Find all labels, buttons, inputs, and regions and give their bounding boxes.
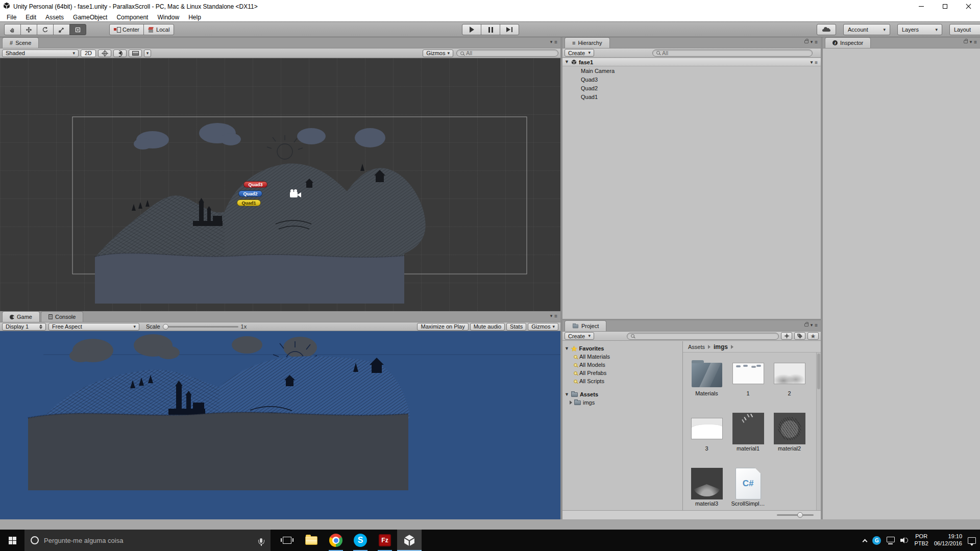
hierarchy-item-main-camera[interactable]: Main Camera — [562, 66, 821, 75]
hierarchy-create-dropdown[interactable]: Create▾ — [565, 49, 594, 57]
menu-help[interactable]: Help — [184, 14, 206, 21]
thumbnail-size-slider-thumb[interactable] — [797, 512, 803, 518]
tab-hierarchy[interactable]: ≡ Hierarchy — [565, 37, 610, 48]
layout-dropdown[interactable]: Layout▾ — [949, 24, 980, 35]
hand-tool-button[interactable] — [4, 24, 21, 35]
asset-tile-3[interactable]: 3 — [686, 412, 727, 467]
file-explorer-button[interactable] — [299, 530, 324, 551]
space-toggle-button[interactable]: Local — [143, 24, 174, 35]
scene-label-quad2[interactable]: Quad2 — [238, 190, 262, 197]
tree-all-scripts[interactable]: All Scripts — [562, 377, 682, 385]
search-by-label-button[interactable] — [794, 332, 805, 340]
shading-mode-dropdown[interactable]: Shaded▾ — [2, 49, 79, 57]
hierarchy-item-quad3[interactable]: Quad3 — [562, 75, 821, 84]
tab-inspector[interactable]: i Inspector — [825, 37, 871, 48]
tree-all-materials[interactable]: All Materials — [562, 353, 682, 361]
menu-window[interactable]: Window — [153, 14, 184, 21]
tray-app-icon[interactable]: G — [872, 536, 881, 545]
menu-gameobject[interactable]: GameObject — [68, 14, 112, 21]
asset-tile-materials[interactable]: Materials — [686, 357, 727, 412]
search-by-type-button[interactable] — [781, 332, 792, 340]
language-indicator[interactable]: POR PTB2 — [914, 533, 928, 547]
maximize-button[interactable] — [933, 0, 957, 13]
tab-game[interactable]: Game — [2, 311, 40, 322]
stats-toggle[interactable]: Stats — [506, 323, 526, 331]
scene-label-quad1[interactable]: Quad1 — [237, 199, 261, 206]
minimize-button[interactable] — [910, 0, 933, 13]
chrome-button[interactable] — [324, 530, 348, 551]
account-dropdown[interactable]: Account▾ — [843, 24, 890, 35]
mute-audio-toggle[interactable]: Mute audio — [470, 323, 505, 331]
play-button[interactable] — [462, 24, 481, 35]
game-pane-menu[interactable]: ▾≡ — [550, 313, 557, 319]
microphone-icon[interactable] — [260, 538, 262, 543]
scene-lighting-toggle[interactable] — [98, 49, 111, 57]
camera-gizmo-icon[interactable] — [290, 189, 303, 199]
foldout-open-icon[interactable]: ▼ — [565, 60, 569, 64]
start-button[interactable] — [0, 530, 24, 551]
pause-button[interactable] — [481, 24, 500, 35]
skype-button[interactable]: S — [348, 530, 373, 551]
thumbnail-size-slider[interactable] — [777, 514, 814, 516]
volume-icon[interactable] — [900, 537, 909, 544]
game-viewport[interactable] — [0, 331, 560, 519]
display-dropdown[interactable]: Display 1 — [2, 323, 46, 331]
rect-tool-button[interactable] — [69, 24, 86, 35]
maximize-on-play-toggle[interactable]: Maximize on Play — [417, 323, 468, 331]
menu-file[interactable]: File — [2, 14, 21, 21]
scene-pane-menu[interactable]: ▾≡ — [550, 39, 557, 45]
task-view-button[interactable] — [275, 530, 299, 551]
scene-label-quad3[interactable]: Quad3 — [243, 181, 267, 188]
tree-assets[interactable]: ▼ Assets — [562, 390, 682, 398]
close-button[interactable] — [957, 0, 980, 13]
scene-gizmos-dropdown[interactable]: Gizmos▾ — [423, 49, 453, 57]
scene-row-menu[interactable]: ▾≡ — [811, 60, 818, 65]
project-pane-menu[interactable]: ▾≡ — [804, 322, 818, 328]
asset-tile-material2[interactable]: material2 — [769, 412, 810, 467]
hierarchy-pane-menu[interactable]: ▾≡ — [804, 39, 818, 45]
filezilla-button[interactable]: Fz — [373, 530, 397, 551]
menu-component[interactable]: Component — [112, 14, 153, 21]
tree-all-models[interactable]: All Models — [562, 361, 682, 369]
move-tool-button[interactable] — [20, 24, 37, 35]
hierarchy-item-quad2[interactable]: Quad2 — [562, 84, 821, 92]
search-favorites-button[interactable]: ★ — [807, 332, 819, 340]
tab-scene[interactable]: # Scene — [2, 37, 39, 48]
network-icon[interactable] — [887, 537, 895, 542]
project-create-dropdown[interactable]: Create▾ — [565, 332, 594, 340]
aspect-dropdown[interactable]: Free Aspect▾ — [48, 323, 139, 331]
scene-effects-toggle[interactable] — [129, 49, 142, 57]
clock[interactable]: 19:10 06/12/2016 — [934, 533, 962, 547]
foldout-open-icon[interactable]: ▼ — [565, 392, 569, 397]
project-content[interactable]: Assets imgs Materials 1 2 3 material1 ma… — [683, 341, 821, 510]
2d-toggle[interactable]: 2D — [81, 49, 96, 57]
scene-audio-toggle[interactable] — [113, 49, 127, 57]
cloud-services-button[interactable] — [817, 24, 836, 35]
breadcrumb-imgs[interactable]: imgs — [714, 343, 728, 350]
breadcrumb-assets[interactable]: Assets — [688, 344, 705, 350]
inspector-pane-menu[interactable]: ▾≡ — [964, 39, 977, 45]
asset-tile-2[interactable]: 2 — [769, 357, 810, 412]
step-button[interactable] — [500, 24, 519, 35]
project-search-field[interactable] — [627, 333, 779, 340]
hierarchy-search-field[interactable]: All — [652, 49, 813, 57]
scale-tool-button[interactable] — [53, 24, 70, 35]
foldout-open-icon[interactable]: ▼ — [565, 346, 569, 351]
scene-effects-dropdown[interactable]: ▾ — [144, 49, 151, 57]
tab-project[interactable]: Project — [565, 320, 606, 331]
cortana-search-box[interactable]: Pergunte-me alguma coisa — [24, 530, 271, 551]
hierarchy-scene-row[interactable]: ▼ fase1 ▾≡ — [562, 58, 821, 66]
action-center-icon[interactable] — [968, 537, 976, 544]
unity-taskbar-button[interactable] — [397, 530, 422, 551]
tree-imgs[interactable]: imgs — [562, 398, 682, 407]
scene-search-field[interactable]: All — [456, 49, 558, 57]
scale-slider[interactable] — [163, 326, 238, 328]
foldout-closed-icon[interactable] — [570, 400, 572, 405]
scale-slider-thumb[interactable] — [163, 324, 168, 330]
pivot-toggle-button[interactable]: Center — [109, 24, 144, 35]
menu-assets[interactable]: Assets — [41, 14, 68, 21]
asset-tile-material1[interactable]: material1 — [727, 412, 769, 467]
asset-tile-1[interactable]: 1 — [727, 357, 769, 412]
hierarchy-item-quad1[interactable]: Quad1 — [562, 92, 821, 101]
tree-all-prefabs[interactable]: All Prefabs — [562, 369, 682, 377]
